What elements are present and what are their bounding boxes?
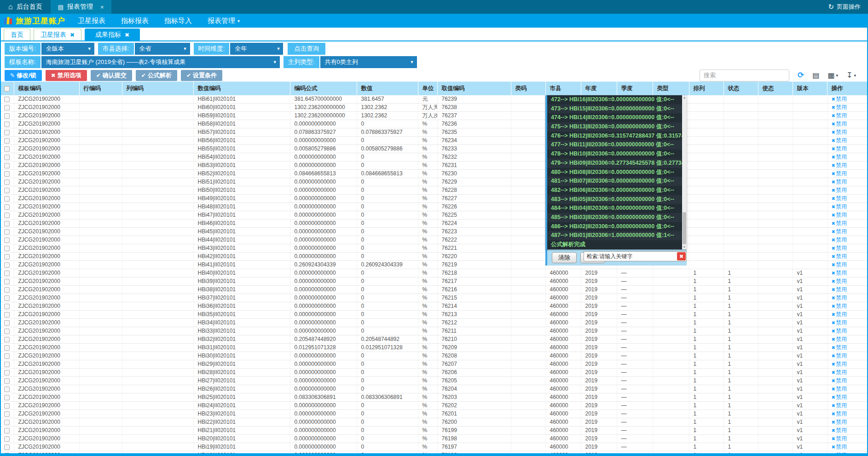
row-checkbox[interactable] xyxy=(4,329,10,334)
row-checkbox[interactable] xyxy=(4,105,10,110)
row-checkbox[interactable] xyxy=(4,337,10,342)
row-checkbox[interactable] xyxy=(4,188,10,193)
row-checkbox[interactable] xyxy=(4,196,10,202)
row-checkbox[interactable] xyxy=(4,179,10,185)
template-select[interactable]: 海南旅游卫星账户 (2019全省) ——表2-专项核算成果 ▼ xyxy=(41,56,280,68)
disable-link[interactable]: ✖禁用 xyxy=(832,145,847,152)
disable-link[interactable]: ✖禁用 xyxy=(832,270,847,276)
menu-item-satellite-report[interactable]: 卫星报表 xyxy=(70,14,113,28)
disable-link[interactable]: ✖禁用 xyxy=(832,195,847,202)
disable-link[interactable]: ✖禁用 xyxy=(832,245,847,251)
modify-lock-button[interactable]: ✎ 修改/锁 xyxy=(5,70,42,81)
menu-item-indicator-import[interactable]: 指标导入 xyxy=(156,14,200,28)
row-checkbox[interactable] xyxy=(4,370,10,375)
disable-link[interactable]: ✖禁用 xyxy=(832,369,847,375)
row-checkbox[interactable] xyxy=(4,262,10,268)
disable-link[interactable]: ✖禁用 xyxy=(832,121,847,127)
disable-link[interactable]: ✖禁用 xyxy=(832,336,847,342)
row-checkbox[interactable] xyxy=(4,221,10,226)
disable-link[interactable]: ✖禁用 xyxy=(832,112,847,119)
row-checkbox[interactable] xyxy=(4,411,10,417)
row-checkbox[interactable] xyxy=(4,387,10,392)
disable-link[interactable]: ✖禁用 xyxy=(832,377,847,384)
row-checkbox[interactable] xyxy=(4,395,10,400)
refresh-icon[interactable]: ⟳ xyxy=(798,70,804,80)
time-select[interactable]: 全年 ▼ xyxy=(230,43,283,55)
export-icon[interactable]: ↧▾ xyxy=(846,71,856,80)
tab-close-icon[interactable]: ✖ xyxy=(70,32,75,38)
row-checkbox[interactable] xyxy=(4,345,10,351)
row-checkbox[interactable] xyxy=(4,444,10,450)
disable-link[interactable]: ✖禁用 xyxy=(832,319,847,326)
row-checkbox[interactable] xyxy=(4,113,10,119)
page-operations-button[interactable]: ↻ 页面操作 xyxy=(821,0,868,14)
column-type-select[interactable]: 共有0类主列 ▼ xyxy=(320,56,417,68)
disable-link[interactable]: ✖禁用 xyxy=(832,386,847,392)
disable-options-button[interactable]: ✖ 禁用选项 xyxy=(46,70,87,81)
confirm-submit-button[interactable]: ✔ 确认提交 xyxy=(91,70,132,81)
row-checkbox[interactable] xyxy=(4,320,10,326)
menu-item-indicator-report[interactable]: 指标报表 xyxy=(113,14,156,28)
disable-link[interactable]: ✖禁用 xyxy=(832,328,847,334)
row-checkbox[interactable] xyxy=(4,171,10,177)
tab-home[interactable]: 首页 xyxy=(4,29,30,40)
backend-home-button[interactable]: ⌂ 后台首页 xyxy=(0,0,51,14)
row-checkbox[interactable] xyxy=(4,138,10,144)
disable-link[interactable]: ✖禁用 xyxy=(832,352,847,359)
tab-result-indicators[interactable]: 成果指标 ✖ xyxy=(85,29,140,40)
disable-link[interactable]: ✖禁用 xyxy=(832,286,847,293)
row-checkbox[interactable] xyxy=(4,436,10,442)
county-select[interactable]: 全省 ▼ xyxy=(135,43,190,55)
disable-link[interactable]: ✖禁用 xyxy=(832,419,847,425)
row-checkbox[interactable] xyxy=(4,295,10,301)
top-tab-close-icon[interactable]: × xyxy=(100,4,104,11)
row-checkbox[interactable] xyxy=(4,428,10,433)
tab-close-icon[interactable]: ✖ xyxy=(125,32,129,38)
columns-icon[interactable]: ▦▾ xyxy=(827,71,838,80)
row-checkbox[interactable] xyxy=(4,287,10,293)
row-checkbox[interactable] xyxy=(4,246,10,251)
disable-link[interactable]: ✖禁用 xyxy=(832,104,847,110)
console-scrollbar[interactable]: ▲ ▼ xyxy=(682,95,687,249)
row-checkbox[interactable] xyxy=(4,229,10,235)
row-checkbox[interactable] xyxy=(4,121,10,127)
disable-link[interactable]: ✖禁用 xyxy=(832,294,847,301)
disable-link[interactable]: ✖禁用 xyxy=(832,137,847,144)
scroll-down-icon[interactable]: ▼ xyxy=(682,245,687,249)
row-checkbox[interactable] xyxy=(4,146,10,152)
top-tab-report-management[interactable]: ▤ 报表管理 × xyxy=(51,0,111,14)
row-checkbox[interactable] xyxy=(4,97,10,102)
row-checkbox[interactable] xyxy=(4,403,10,409)
row-checkbox[interactable] xyxy=(4,204,10,210)
row-checkbox[interactable] xyxy=(4,353,10,359)
disable-link[interactable]: ✖禁用 xyxy=(832,410,847,417)
disable-link[interactable]: ✖禁用 xyxy=(832,129,847,135)
set-conditions-button[interactable]: ✔ 设置条件 xyxy=(181,70,222,81)
disable-link[interactable]: ✖禁用 xyxy=(832,427,847,433)
version-select[interactable]: 全版本 ▼ xyxy=(41,43,94,55)
row-checkbox[interactable] xyxy=(4,213,10,218)
disable-link[interactable]: ✖禁用 xyxy=(832,203,847,210)
tab-satellite-report[interactable]: 卫星报表 ✖ xyxy=(34,29,81,40)
row-checkbox[interactable] xyxy=(4,237,10,243)
formula-parse-button[interactable]: ✔ 公式解析 xyxy=(136,70,177,81)
row-checkbox[interactable] xyxy=(4,304,10,309)
disable-link[interactable]: ✖禁用 xyxy=(832,179,847,185)
query-button[interactable]: 点击查询 xyxy=(288,43,325,55)
row-checkbox[interactable] xyxy=(4,279,10,284)
row-checkbox[interactable] xyxy=(4,362,10,367)
row-checkbox[interactable] xyxy=(4,130,10,135)
row-checkbox[interactable] xyxy=(4,271,10,276)
disable-link[interactable]: ✖禁用 xyxy=(832,303,847,309)
disable-link[interactable]: ✖禁用 xyxy=(832,444,847,450)
row-checkbox[interactable] xyxy=(4,312,10,317)
disable-link[interactable]: ✖禁用 xyxy=(832,435,847,442)
disable-link[interactable]: ✖禁用 xyxy=(832,361,847,367)
disable-link[interactable]: ✖禁用 xyxy=(832,278,847,284)
select-all-checkbox[interactable] xyxy=(4,86,10,92)
disable-link[interactable]: ✖禁用 xyxy=(832,212,847,218)
disable-link[interactable]: ✖禁用 xyxy=(832,162,847,168)
search-input[interactable] xyxy=(700,69,789,81)
row-checkbox[interactable] xyxy=(4,163,10,168)
row-checkbox[interactable] xyxy=(4,155,10,160)
